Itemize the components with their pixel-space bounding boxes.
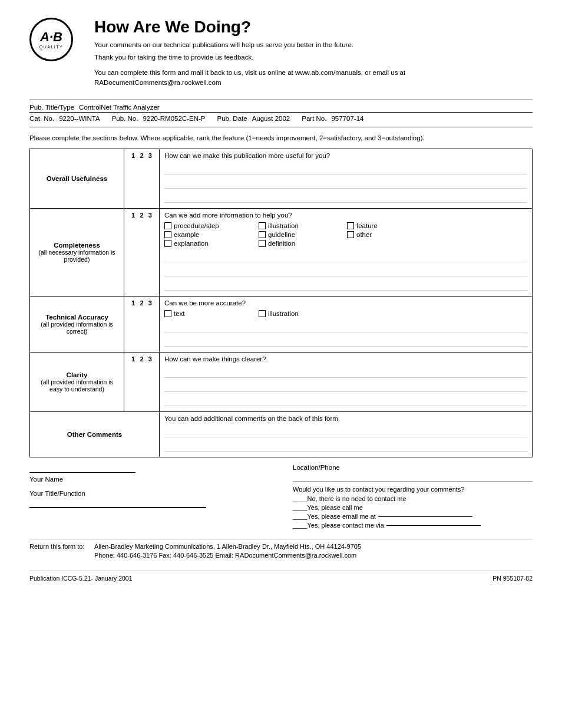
- category-sub-clarity: (all provided information is easy to und…: [35, 378, 119, 393]
- pub-date-item: Pub. Date August 2002: [217, 115, 290, 122]
- cb-box-illustration-tech[interactable]: [259, 310, 266, 317]
- content-technical: Can we be more accurate? text illustrati…: [160, 297, 533, 353]
- cb-box-example[interactable]: [164, 231, 171, 238]
- rating-overall: 1 2 3: [124, 149, 160, 209]
- location-field-group: Location/Phone: [293, 463, 533, 482]
- cb-box-illustration[interactable]: [259, 222, 266, 229]
- page-title: How Are We Doing?: [94, 18, 533, 37]
- category-overall: Overall Usefulness: [30, 149, 124, 209]
- content-completeness: Can we add more information to help you?…: [160, 209, 533, 297]
- cb-box-procedure[interactable]: [164, 222, 171, 229]
- radio-no-contact: ____No, there is no need to contact me: [293, 495, 533, 502]
- cb-illustration-tech: illustration: [259, 310, 299, 317]
- checkbox-group-completeness: procedure/step illustration feature exam…: [164, 222, 527, 247]
- rating-completeness: 1 2 3: [124, 209, 160, 297]
- radio-call: ____Yes, please call me: [293, 504, 533, 511]
- radio-contact-via: ____Yes, please contact me via: [293, 522, 533, 529]
- cb-box-guideline[interactable]: [259, 231, 266, 238]
- return-address: Allen-Bradley Marketing Communications, …: [94, 543, 361, 550]
- cb-explanation: explanation: [164, 240, 241, 247]
- header-section: A·B QUALITY How Are We Doing? Your comme…: [29, 18, 533, 90]
- header-text: How Are We Doing? Your comments on our t…: [94, 18, 533, 90]
- cb-text: text: [164, 310, 241, 317]
- name-label: Your Name: [29, 476, 63, 483]
- pub-title-label: Pub. Title/Type: [29, 104, 74, 111]
- location-input-line[interactable]: [293, 473, 533, 482]
- category-completeness: Completeness (all necessary information …: [30, 209, 124, 297]
- cb-label-procedure: procedure/step: [174, 222, 219, 229]
- part-no-item: Part No. 957707-14: [302, 115, 363, 122]
- line: [164, 335, 527, 347]
- instructions: Please complete the sections below. Wher…: [29, 133, 533, 143]
- cb-row-3: explanation definition: [164, 240, 527, 247]
- part-no-label: Part No.: [302, 115, 326, 122]
- cb-label-other: other: [356, 231, 372, 238]
- line: [164, 321, 527, 332]
- cb-other: other: [347, 231, 372, 238]
- contact-section: Your Name Your Title/Function Location/P…: [29, 463, 533, 531]
- question-clarity: How can we make things clearer?: [164, 355, 527, 363]
- cb-illustration: illustration: [259, 222, 329, 229]
- cb-label-illustration: illustration: [268, 222, 299, 229]
- line: [164, 251, 527, 262]
- return-phone-text: Phone: 440-646-3176 Fax: 440-646-3525 Em…: [94, 552, 356, 559]
- footer-section: Publication ICCG-5.21- January 2001 PN 9…: [29, 571, 533, 582]
- radio-email: ____Yes, please email me at: [293, 513, 533, 520]
- cb-procedure: procedure/step: [164, 222, 241, 229]
- pub-title-row: Pub. Title/Type ControlNet Traffic Analy…: [29, 103, 533, 112]
- line: [164, 265, 527, 276]
- cat-label: Cat. No.: [29, 115, 54, 122]
- footer-publication: Publication ICCG-5.21- January 2001: [29, 575, 133, 582]
- title-input-line[interactable]: [29, 499, 206, 508]
- radio-call-text: ____Yes, please call me: [293, 504, 363, 511]
- return-row: Return this form to: Allen-Bradley Marke…: [29, 543, 533, 550]
- lines-other: [164, 426, 527, 452]
- line: [164, 191, 527, 203]
- cb-box-definition[interactable]: [259, 240, 266, 247]
- cb-label-guideline: guideline: [268, 231, 295, 238]
- category-name-other: Other Comments: [35, 431, 154, 438]
- cb-row-2: example guideline other: [164, 231, 527, 238]
- part-no-value: 957707-14: [331, 115, 363, 122]
- rating-1: 1: [131, 299, 135, 307]
- radio-email-text: ____Yes, please email me at: [293, 513, 376, 520]
- cat-no-item: Cat. No. 9220--WINTA: [29, 115, 100, 122]
- cb-label-text: text: [174, 310, 185, 317]
- lines-technical: [164, 321, 527, 347]
- rating-3: 3: [148, 212, 152, 219]
- cb-box-text[interactable]: [164, 310, 171, 317]
- category-clarity: Clarity (all provided information is eas…: [30, 353, 124, 412]
- rating-header: 1 2 3: [129, 152, 154, 159]
- title-field-group: Your Title/Function: [29, 489, 269, 508]
- checkbox-group-technical: text illustration: [164, 310, 527, 317]
- line: [164, 426, 527, 437]
- table-row-overall: Overall Usefulness 1 2 3 How can we make…: [30, 149, 533, 209]
- question-other: You can add additional comments on the b…: [164, 415, 527, 422]
- question-overall: How can we make this publication more us…: [164, 152, 527, 159]
- cb-label-illustration-tech: illustration: [268, 310, 299, 317]
- location-label: Location/Phone: [293, 464, 340, 471]
- cb-box-feature[interactable]: [347, 222, 354, 229]
- contact-right: Location/Phone Would you like us to cont…: [293, 463, 533, 531]
- line: [164, 177, 527, 189]
- category-sub-completeness: (all necessary information is provided): [35, 249, 119, 263]
- pub-no-item: Pub. No. 9220-RM052C-EN-P: [112, 115, 206, 122]
- cb-example: example: [164, 231, 241, 238]
- cb-box-explanation[interactable]: [164, 240, 171, 247]
- pub-title-value: ControlNet Traffic Analyzer: [79, 104, 160, 111]
- ab-quality-logo: A·B QUALITY: [29, 18, 73, 61]
- lines-clarity: [164, 366, 527, 406]
- email-input-line[interactable]: [378, 516, 472, 517]
- cb-box-other[interactable]: [347, 231, 354, 238]
- via-input-line[interactable]: [386, 525, 481, 526]
- contact-question: Would you like us to contact you regardi…: [293, 486, 533, 493]
- rating-header-technical: 1 2 3: [129, 299, 154, 307]
- header-subtitle1: Your comments on our technical publicati…: [94, 40, 533, 50]
- pub-info-block: Pub. Title/Type ControlNet Traffic Analy…: [29, 100, 533, 127]
- rating-2: 2: [140, 212, 143, 219]
- cat-value: 9220--WINTA: [59, 115, 100, 122]
- category-name-technical: Technical Accuracy: [35, 314, 119, 321]
- line: [164, 279, 527, 291]
- name-input-line[interactable]: [29, 463, 135, 473]
- pub-no-value: 9220-RM052C-EN-P: [143, 115, 205, 122]
